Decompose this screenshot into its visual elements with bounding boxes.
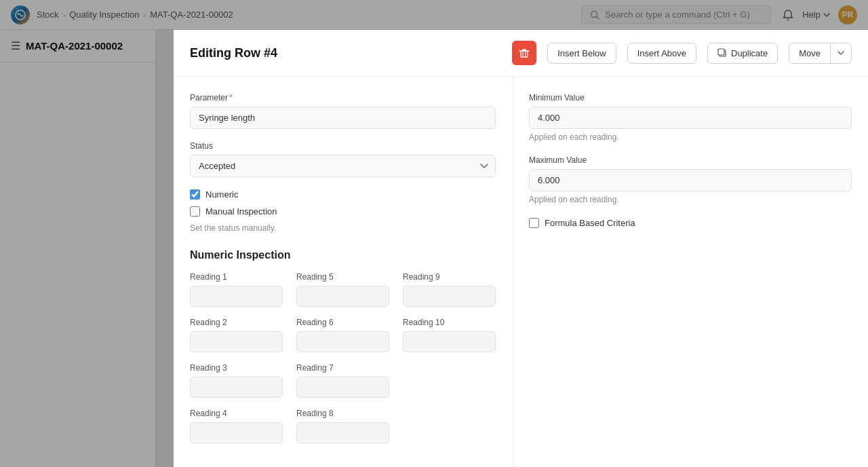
reading-input-2[interactable] [190,331,283,352]
reading-label-4: Reading 4 [190,409,283,418]
duplicate-icon [717,48,727,58]
insert-below-button[interactable]: Insert Below [547,43,616,64]
duplicate-button[interactable]: Duplicate [707,43,778,64]
insert-above-label: Insert Above [637,48,686,58]
reading-input-6[interactable] [296,331,389,352]
numeric-checkbox-label: Numeric [205,189,238,200]
reading-input-7[interactable] [296,377,389,398]
min-value-group: Minimum Value Applied on each reading. [529,93,852,142]
reading-label-1: Reading 1 [190,272,283,282]
chevron-down-icon [837,51,844,55]
reading-group-8: Reading 8 [296,409,389,443]
modal-header: Editing Row #4 Insert Below Insert Above… [174,30,868,77]
reading-label-8: Reading 8 [296,409,389,418]
svg-rect-4 [521,51,528,57]
reading-input-10[interactable] [403,331,496,352]
reading-input-4[interactable] [190,422,283,443]
modal-right-panel: Minimum Value Applied on each reading. M… [513,77,868,467]
formula-based-label: Formula Based Criteria [545,218,635,228]
numeric-inspection-title: Numeric Inspection [190,249,496,261]
status-group: Status Accepted Rejected Pending [190,141,496,177]
reading-group-2: Reading 2 [190,318,283,352]
modal-body: Parameter* Status Accepted Rejected Pend… [174,77,868,467]
numeric-checkbox-row: Numeric [190,189,496,200]
max-value-label: Maximum Value [529,155,852,165]
modal-title: Editing Row #4 [190,46,501,60]
reading-input-5[interactable] [296,286,389,307]
reading-input-3[interactable] [190,377,283,398]
reading-label-9: Reading 9 [403,272,496,282]
reading-group-9: Reading 9 [403,272,496,307]
reading-group-5: Reading 5 [296,272,389,307]
readings-grid: Reading 1 Reading 5 Reading 9 Reading 2 [190,272,496,443]
formula-checkbox-row: Formula Based Criteria [529,218,852,228]
reading-input-8[interactable] [296,422,389,443]
parameter-group: Parameter* [190,93,496,129]
reading-input-9[interactable] [403,286,496,307]
numeric-checkbox[interactable] [190,189,200,200]
reading-label-2: Reading 2 [190,318,283,327]
trash-icon [519,48,530,58]
max-applied-note: Applied on each reading. [529,195,852,204]
min-value-label: Minimum Value [529,93,852,102]
formula-based-checkbox[interactable] [529,218,539,228]
svg-rect-9 [718,49,724,55]
insert-below-label: Insert Below [557,48,606,58]
duplicate-label: Duplicate [731,48,768,58]
move-button[interactable]: Move [789,43,831,63]
status-label: Status [190,141,496,151]
reading-input-1[interactable] [190,286,283,307]
reading-label-7: Reading 7 [296,363,389,373]
reading-label-6: Reading 6 [296,318,389,327]
reading-label-10: Reading 10 [403,318,496,327]
reading-group-4: Reading 4 [190,409,283,443]
status-select[interactable]: Accepted Rejected Pending [190,155,496,177]
move-button-group: Move [789,43,852,64]
max-value-group: Maximum Value Applied on each reading. [529,155,852,204]
insert-above-button[interactable]: Insert Above [627,43,696,64]
reading-group-7: Reading 7 [296,363,389,398]
reading-group-3: Reading 3 [190,363,283,398]
max-value-input[interactable] [529,169,852,191]
parameter-label: Parameter* [190,93,496,102]
reading-group-6: Reading 6 [296,318,389,352]
manual-inspection-checkbox-row: Manual Inspection [190,206,496,217]
reading-group-10: Reading 10 [403,318,496,352]
manual-inspection-label: Manual Inspection [205,206,277,217]
parameter-input[interactable] [190,107,496,129]
min-applied-note: Applied on each reading. [529,132,852,142]
delete-button[interactable] [512,41,536,65]
reading-group-1: Reading 1 [190,272,283,307]
modal-dialog: Editing Row #4 Insert Below Insert Above… [174,30,868,467]
manual-inspection-checkbox[interactable] [190,206,200,217]
reading-label-5: Reading 5 [296,272,389,282]
min-value-input[interactable] [529,107,852,129]
move-caret-button[interactable] [831,46,851,60]
reading-label-3: Reading 3 [190,363,283,373]
modal-left-panel: Parameter* Status Accepted Rejected Pend… [174,77,513,467]
manual-inspection-helper: Set the status manually. [190,223,496,233]
